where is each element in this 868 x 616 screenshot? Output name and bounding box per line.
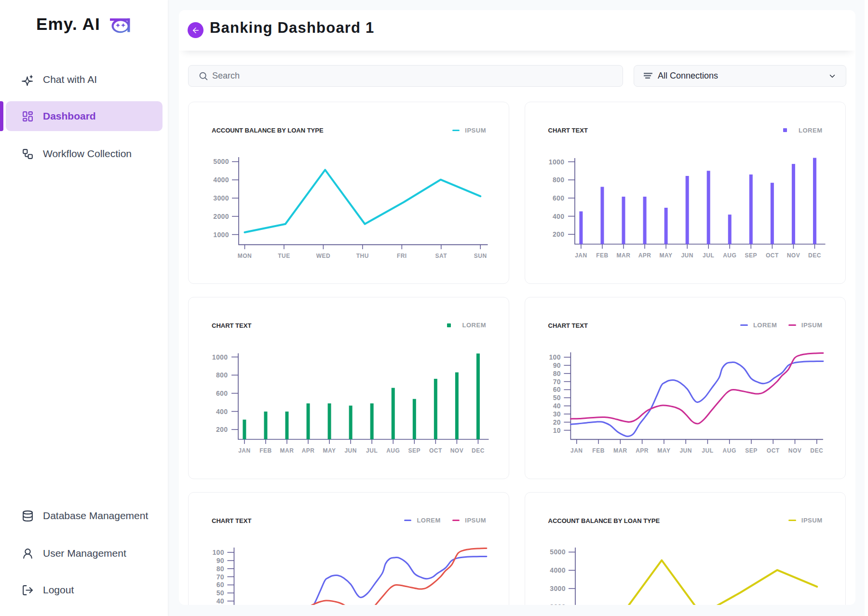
- svg-text:FEB: FEB: [592, 447, 605, 454]
- svg-text:3000: 3000: [550, 585, 566, 592]
- svg-text:DEC: DEC: [472, 447, 485, 454]
- svg-text:5000: 5000: [213, 158, 229, 165]
- svg-text:DEC: DEC: [810, 447, 823, 454]
- svg-text:JUL: JUL: [366, 447, 378, 454]
- svg-text:MAR: MAR: [280, 447, 294, 454]
- svg-text:JUN: JUN: [679, 447, 692, 454]
- svg-text:APR: APR: [636, 447, 649, 454]
- svg-text:MAY: MAY: [659, 252, 672, 259]
- svg-text:90: 90: [217, 556, 224, 564]
- svg-text:MAR: MAR: [616, 252, 630, 259]
- svg-text:100: 100: [212, 549, 224, 556]
- svg-text:40: 40: [217, 597, 224, 605]
- svg-text:600: 600: [216, 389, 228, 397]
- svg-text:50: 50: [553, 394, 560, 402]
- svg-text:200: 200: [552, 230, 564, 238]
- svg-text:1000: 1000: [548, 158, 564, 166]
- svg-text:NOV: NOV: [787, 252, 800, 259]
- svg-text:DEC: DEC: [808, 252, 821, 259]
- svg-text:NOV: NOV: [450, 447, 464, 454]
- svg-text:600: 600: [552, 194, 564, 202]
- svg-text:60: 60: [553, 386, 560, 393]
- svg-text:FRI: FRI: [397, 253, 407, 259]
- svg-text:800: 800: [552, 176, 564, 184]
- svg-text:MAY: MAY: [657, 447, 670, 454]
- svg-text:AUG: AUG: [386, 447, 400, 454]
- svg-text:70: 70: [553, 377, 560, 385]
- svg-text:200: 200: [216, 426, 228, 433]
- svg-text:800: 800: [216, 371, 228, 379]
- svg-text:THU: THU: [356, 253, 369, 259]
- svg-text:90: 90: [553, 361, 560, 369]
- svg-text:SUN: SUN: [474, 253, 487, 259]
- svg-text:JAN: JAN: [575, 252, 587, 259]
- svg-text:OCT: OCT: [429, 447, 442, 454]
- svg-text:SEP: SEP: [745, 252, 757, 259]
- svg-text:FEB: FEB: [596, 252, 609, 259]
- svg-text:TUE: TUE: [278, 253, 290, 259]
- svg-text:400: 400: [216, 407, 228, 415]
- svg-text:5000: 5000: [550, 548, 566, 556]
- svg-text:60: 60: [217, 581, 224, 589]
- svg-text:2000: 2000: [550, 603, 566, 605]
- svg-text:OCT: OCT: [765, 252, 778, 259]
- svg-text:1000: 1000: [212, 353, 228, 361]
- svg-text:80: 80: [553, 369, 560, 377]
- svg-text:MON: MON: [238, 253, 252, 259]
- svg-text:SEP: SEP: [408, 447, 421, 454]
- svg-text:4000: 4000: [213, 176, 229, 184]
- svg-text:JAN: JAN: [570, 447, 583, 454]
- svg-text:3000: 3000: [213, 194, 229, 202]
- svg-text:1000: 1000: [213, 231, 229, 239]
- svg-text:JUL: JUL: [702, 447, 713, 454]
- svg-text:NOV: NOV: [788, 447, 801, 454]
- svg-text:4000: 4000: [550, 566, 566, 574]
- svg-text:2000: 2000: [213, 213, 229, 220]
- svg-text:OCT: OCT: [766, 447, 779, 454]
- svg-text:WED: WED: [316, 253, 331, 259]
- svg-text:70: 70: [217, 573, 224, 580]
- svg-text:APR: APR: [302, 447, 315, 454]
- svg-text:40: 40: [553, 402, 560, 410]
- svg-text:AUG: AUG: [722, 447, 736, 454]
- svg-text:MAY: MAY: [323, 447, 336, 454]
- svg-text:JAN: JAN: [238, 447, 251, 454]
- svg-text:JUN: JUN: [344, 447, 357, 454]
- svg-text:400: 400: [552, 213, 564, 220]
- svg-text:AUG: AUG: [723, 252, 736, 259]
- svg-text:30: 30: [553, 410, 560, 417]
- svg-text:APR: APR: [638, 252, 651, 259]
- svg-text:SAT: SAT: [435, 253, 447, 259]
- svg-text:10: 10: [553, 426, 560, 434]
- svg-text:20: 20: [553, 418, 560, 426]
- svg-text:SEP: SEP: [745, 447, 758, 454]
- svg-text:50: 50: [217, 589, 224, 597]
- svg-text:80: 80: [217, 564, 224, 572]
- svg-text:FEB: FEB: [259, 447, 272, 454]
- svg-text:MAR: MAR: [613, 447, 627, 454]
- svg-text:JUL: JUL: [703, 252, 714, 259]
- svg-text:100: 100: [549, 353, 561, 361]
- svg-text:JUN: JUN: [681, 252, 693, 259]
